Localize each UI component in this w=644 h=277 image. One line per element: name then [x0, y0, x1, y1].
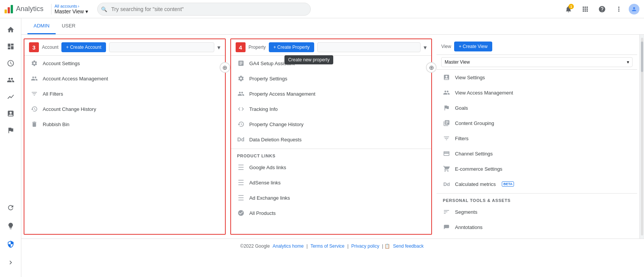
content-grouping-item[interactable]: Content Grouping — [437, 115, 637, 131]
property-access-label: Property Access Management — [249, 91, 315, 97]
view-settings-label: View Settings — [455, 75, 485, 80]
create-account-button[interactable]: + Create Account — [61, 42, 106, 52]
feedback-link[interactable]: Send feedback — [393, 243, 424, 249]
view-filters-item[interactable]: Filters — [437, 131, 637, 146]
goals-item[interactable]: Goals — [437, 100, 637, 115]
sidebar-lightbulb[interactable] — [3, 218, 18, 234]
sidebar-acquisition[interactable] — [3, 89, 18, 104]
data-deletion-item[interactable]: Dd Data Deletion Requests — [231, 132, 432, 147]
property-chevron: ▾ — [424, 44, 427, 51]
sidebar-expand[interactable] — [3, 255, 18, 270]
property-history-label: Property Change History — [249, 122, 304, 127]
account-column: 3 Account + Create Account ▾ Account Set… — [24, 38, 226, 235]
sidebar-bottom — [3, 199, 18, 274]
account-history-item[interactable]: Account Change History — [24, 101, 225, 117]
calculated-metrics-label: Calculated metrics — [455, 181, 496, 187]
ecommerce-item[interactable]: E-commerce Settings — [437, 161, 637, 176]
logo-area: Analytics — [5, 5, 43, 13]
account-select[interactable] — [109, 42, 214, 52]
account-access-item[interactable]: Account Access Management — [24, 71, 225, 86]
notifications-icon[interactable]: 1 — [562, 2, 575, 16]
channel-settings-item[interactable]: Channel Settings — [437, 146, 637, 161]
tracking-info-item[interactable]: Tracking Info — [231, 101, 432, 117]
account-expand-btn[interactable]: ⊕ — [220, 62, 230, 73]
ad-exchange-item[interactable]: Ad Exchange links — [231, 190, 432, 205]
sidebar-clock[interactable] — [3, 56, 18, 71]
view-access-item[interactable]: View Access Management — [437, 85, 637, 100]
sidebar-home[interactable] — [3, 22, 18, 37]
adsense-item[interactable]: AdSense links — [231, 175, 432, 190]
avatar[interactable] — [629, 4, 639, 14]
apps-icon[interactable] — [578, 2, 592, 16]
view-filters-label: Filters — [455, 136, 468, 141]
calculated-metrics-item[interactable]: Dd Calculated metrics BETA — [437, 176, 637, 192]
all-products-item[interactable]: All Products — [231, 205, 432, 221]
tab-admin[interactable]: ADMIN — [27, 18, 56, 34]
property-history-item[interactable]: Property Change History — [231, 117, 432, 132]
code-icon — [237, 105, 245, 113]
analytics-home-link[interactable]: Analytics home — [273, 243, 304, 249]
property-settings-label: Property Settings — [249, 76, 287, 82]
all-products-label: All Products — [249, 210, 276, 216]
sidebar-flag[interactable] — [3, 123, 18, 138]
step-4-badge: 4 — [236, 42, 246, 52]
product-links-section: PRODUCT LINKS — [231, 149, 432, 160]
view-column: View + Create View Master View ▾ View Se… — [437, 38, 637, 235]
view-settings-item[interactable]: View Settings — [437, 70, 637, 85]
account-settings-item[interactable]: Account Settings — [24, 56, 225, 71]
create-property-button[interactable]: + Create Property — [269, 42, 314, 52]
property-menu: GA4 Setup Assistant Property Settings Pr… — [231, 56, 432, 147]
terms-link[interactable]: Terms of Service — [310, 243, 344, 249]
sidebar-dashboard[interactable] — [3, 39, 18, 54]
all-accounts-link[interactable]: All accounts › — [55, 4, 88, 8]
property-settings-item[interactable]: Property Settings — [231, 71, 432, 86]
google-ads-label: Google Ads links — [249, 165, 286, 170]
scrollbar[interactable] — [639, 35, 644, 239]
search-input[interactable] — [97, 3, 311, 16]
create-property-tooltip: Create new property — [284, 55, 334, 64]
master-view-selector[interactable]: Master View ▾ — [55, 8, 88, 14]
sidebar-refresh[interactable] — [3, 200, 18, 215]
scroll-thumb — [641, 42, 643, 72]
tab-user[interactable]: USER — [56, 18, 82, 34]
view-people-icon — [443, 89, 450, 96]
sidebar-admin[interactable] — [3, 237, 18, 252]
settings-icon — [31, 59, 38, 67]
property-select[interactable] — [317, 42, 421, 52]
more-icon[interactable] — [612, 2, 626, 16]
rubbish-bin-item[interactable]: Rubbish Bin — [24, 117, 225, 132]
view-select[interactable]: Master View ▾ — [441, 57, 633, 67]
view-settings-icon — [443, 74, 450, 81]
logo-icon — [5, 5, 13, 13]
segments-item[interactable]: Segments — [437, 204, 637, 219]
property-access-item[interactable]: Property Access Management — [231, 86, 432, 101]
prop-history-icon — [237, 120, 245, 128]
all-filters-item[interactable]: All Filters — [24, 86, 225, 101]
scroll-track — [641, 38, 643, 235]
view-label: View — [441, 44, 451, 49]
history-icon — [31, 105, 38, 113]
account-selector[interactable]: All accounts › Master View ▾ — [51, 4, 91, 14]
sidebar-reports[interactable] — [3, 106, 18, 121]
view-column-header: View + Create View — [437, 38, 637, 55]
adsense-label: AdSense links — [249, 180, 281, 186]
annotations-item[interactable]: Anntotations — [437, 219, 637, 235]
copyright: ©2022 Google — [240, 243, 270, 249]
content-icon — [443, 119, 450, 127]
content-grouping-label: Content Grouping — [455, 120, 494, 126]
sidebar-audience[interactable] — [3, 72, 18, 88]
beta-badge: BETA — [502, 181, 514, 187]
view-filter-icon — [443, 134, 450, 142]
products-icon — [237, 209, 245, 217]
google-ads-item[interactable]: Google Ads links — [231, 160, 432, 175]
account-chevron: ▾ — [217, 44, 220, 51]
account-label: Account — [42, 45, 58, 50]
create-view-button[interactable]: + Create View — [454, 42, 492, 51]
help-icon[interactable] — [595, 2, 609, 16]
privacy-link[interactable]: Privacy policy — [351, 243, 379, 249]
prop-people-icon — [237, 90, 245, 98]
app-title: Analytics — [16, 5, 43, 13]
account-access-label: Account Access Management — [43, 76, 108, 82]
annotations-icon — [443, 223, 450, 231]
property-expand-btn[interactable]: ⊕ — [426, 62, 437, 73]
